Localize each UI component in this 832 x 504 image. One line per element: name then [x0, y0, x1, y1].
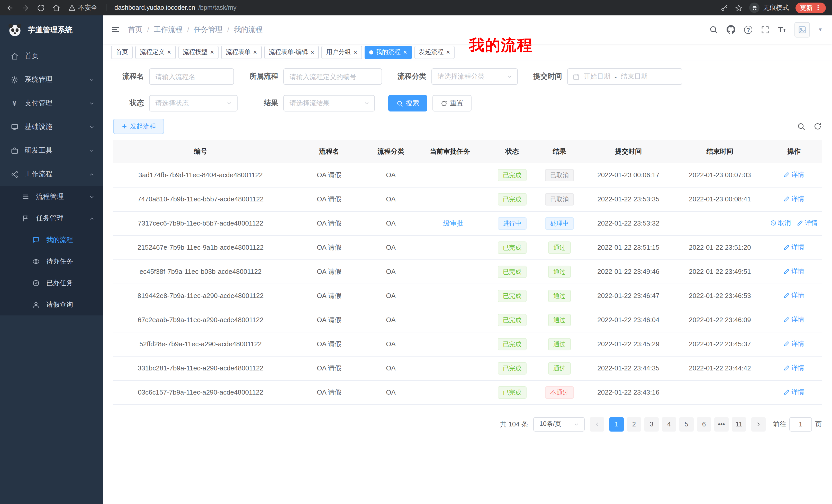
table-row[interactable]: 3ad174fb-7b9d-11ec-8404-acde48001122 OA … — [113, 163, 822, 187]
status-select[interactable]: 请选择状态 — [149, 95, 238, 111]
reload-icon[interactable] — [37, 4, 45, 11]
prev-page-button[interactable] — [590, 417, 604, 431]
github-icon[interactable] — [727, 25, 735, 34]
page-button[interactable]: 1 — [609, 417, 624, 431]
back-icon[interactable] — [6, 4, 14, 11]
table-row[interactable]: 7317cec6-7b9b-11ec-b5b7-acde48001122 OA … — [113, 211, 822, 235]
page-button[interactable]: 2 — [627, 417, 641, 431]
category-select[interactable]: 请选择流程分类 — [432, 68, 518, 85]
browser-window: 不安全 dashboard.yudao.iocoder.cn/bpm/task/… — [0, 0, 832, 504]
page-button[interactable]: 11 — [732, 417, 746, 431]
process-name-cell: OA 请假 — [288, 163, 370, 187]
date-range-picker[interactable]: 开始日期 - 结束日期 — [567, 68, 682, 85]
detail-action-link[interactable]: 详情 — [784, 315, 804, 324]
table-row[interactable]: ec45f38f-7b9a-11ec-b03b-acde48001122 OA … — [113, 259, 822, 284]
page-ellipsis[interactable]: ••• — [714, 417, 729, 431]
page-button[interactable]: 4 — [662, 417, 676, 431]
table-row[interactable]: 52ffd28e-7b9a-11ec-a290-acde48001122 OA … — [113, 332, 822, 356]
help-icon[interactable]: ? — [744, 25, 752, 34]
tab-close-icon[interactable]: × — [446, 49, 450, 55]
tab[interactable]: 流程定义 × — [135, 46, 176, 59]
sidebar-item-process-management[interactable]: 流程管理 — [0, 186, 103, 207]
sidebar-item-devtools[interactable]: 研发工具 — [0, 139, 103, 162]
avatar[interactable] — [795, 22, 810, 37]
sidebar-collapse-icon[interactable] — [111, 25, 120, 34]
create-process-button[interactable]: 发起流程 — [113, 119, 164, 134]
sidebar-item-task-management[interactable]: 任务管理 — [0, 207, 103, 229]
detail-action-link[interactable]: 详情 — [784, 291, 804, 300]
table-row[interactable]: 2152467e-7b9b-11ec-9a1b-acde48001122 OA … — [113, 235, 822, 259]
tab-close-icon[interactable]: × — [167, 49, 171, 55]
detail-action-link[interactable]: 详情 — [784, 195, 804, 203]
tab[interactable]: 发起流程 × — [414, 46, 454, 59]
sidebar-item-home[interactable]: 首页 — [0, 44, 103, 68]
goto-page-input[interactable] — [789, 417, 812, 431]
toggle-search-icon[interactable] — [797, 122, 805, 131]
tab[interactable]: 流程表单-编辑 × — [264, 46, 319, 59]
sidebar-item-todo-tasks[interactable]: 待办任务 — [0, 251, 103, 272]
page-button[interactable]: 5 — [679, 417, 694, 431]
table-row[interactable]: 819442e8-7b9a-11ec-a290-acde48001122 OA … — [113, 284, 822, 308]
row-actions: 详情 — [766, 332, 822, 356]
detail-action-link[interactable]: 详情 — [784, 364, 804, 372]
menu-dots-icon[interactable]: ⋮ — [815, 4, 821, 11]
sidebar-item-done-tasks[interactable]: 已办任务 — [0, 272, 103, 294]
search-button[interactable]: 搜索 — [388, 95, 427, 111]
tab-close-icon[interactable]: × — [403, 49, 407, 55]
forward-icon[interactable] — [22, 4, 29, 11]
tab-close-icon[interactable]: × — [253, 49, 257, 55]
table-row[interactable]: 67c2eaab-7b9a-11ec-a290-acde48001122 OA … — [113, 308, 822, 332]
sidebar-item-label: 系统管理 — [25, 75, 52, 84]
sidebar-item-system[interactable]: 系统管理 — [0, 68, 103, 91]
detail-action-link[interactable]: 详情 — [797, 219, 817, 228]
sidebar-item-payment[interactable]: ¥ 支付管理 — [0, 91, 103, 115]
refresh-table-icon[interactable] — [813, 122, 822, 131]
detail-action-link[interactable]: 详情 — [784, 267, 804, 276]
detail-action-link[interactable]: 详情 — [784, 243, 804, 252]
bookmark-star-icon[interactable] — [735, 4, 743, 11]
tab[interactable]: 我的流程 × — [365, 46, 412, 59]
table-row[interactable]: 7470a810-7b9b-11ec-b5b7-acde48001122 OA … — [113, 187, 822, 211]
caret-down-icon[interactable]: ▾ — [819, 26, 822, 33]
cancel-action-link[interactable]: 取消 — [770, 219, 791, 228]
definition-input[interactable] — [283, 68, 382, 85]
sidebar-item-my-processes[interactable]: 我的流程 — [0, 229, 103, 251]
next-page-button[interactable] — [751, 417, 766, 431]
url-path: /bpm/task/my — [198, 4, 237, 11]
detail-action-link[interactable]: 详情 — [784, 340, 804, 348]
tab[interactable]: 流程模型 × — [178, 46, 218, 59]
breadcrumb-item[interactable]: 工作流程 — [154, 25, 183, 34]
home-icon[interactable] — [52, 4, 60, 11]
reset-button[interactable]: 重置 — [433, 95, 471, 111]
tab-close-icon[interactable]: × — [210, 49, 214, 55]
sidebar-item-workflow[interactable]: 工作流程 — [0, 162, 103, 186]
breadcrumb-item[interactable]: 首页 — [128, 25, 142, 34]
tab[interactable]: 流程表单 × — [221, 46, 261, 59]
detail-action-link[interactable]: 详情 — [784, 171, 804, 179]
process-name-input[interactable] — [149, 68, 234, 85]
result-select[interactable]: 请选择流结果 — [283, 95, 375, 111]
page-size-select[interactable]: 10条/页 — [533, 417, 585, 431]
search-icon[interactable] — [709, 25, 718, 34]
current-task-link[interactable]: 一级审批 — [437, 219, 463, 227]
toolbox-icon — [10, 147, 19, 155]
tab[interactable]: 用户分组 × — [322, 46, 362, 59]
sidebar-item-infra[interactable]: 基础设施 — [0, 115, 103, 139]
sidebar-item-leave-query[interactable]: 请假查询 — [0, 294, 103, 315]
page-button[interactable]: 6 — [697, 417, 711, 431]
detail-action-link[interactable]: 详情 — [784, 388, 804, 397]
app-logo[interactable]: 芋道管理系统 — [0, 16, 103, 44]
table-row[interactable]: 03c6c157-7b9a-11ec-a290-acde48001122 OA … — [113, 380, 822, 404]
table-row[interactable]: 331bc281-7b9a-11ec-a290-acde48001122 OA … — [113, 356, 822, 380]
fullscreen-icon[interactable] — [761, 25, 769, 34]
update-button[interactable]: 更新 ⋮ — [796, 2, 826, 13]
key-icon[interactable] — [721, 4, 728, 11]
breadcrumb-item[interactable]: 任务管理 — [194, 25, 223, 34]
tab-close-icon[interactable]: × — [354, 49, 357, 55]
page-button[interactable]: 3 — [644, 417, 659, 431]
tab[interactable]: 首页 — [111, 46, 133, 59]
security-warning[interactable]: 不安全 — [69, 3, 98, 12]
font-size-icon[interactable]: TT — [778, 26, 786, 33]
tab-close-icon[interactable]: × — [311, 49, 314, 55]
url-bar[interactable]: dashboard.yudao.iocoder.cn/bpm/task/my — [114, 4, 716, 11]
